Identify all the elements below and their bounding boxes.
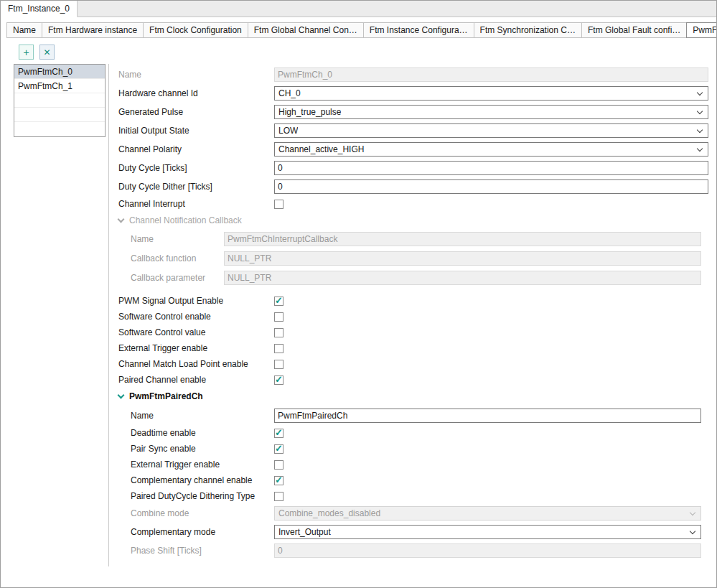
deadtime-enable-label: Deadtime enable	[131, 428, 274, 438]
form-row: Duty Cycle Dither [Ticks]	[118, 177, 708, 196]
complementary-channel-enable-label: Complementary channel enable	[131, 475, 274, 485]
main-content: PwmFtmCh_0 PwmFtmCh_1 Name Hardware chan…	[1, 64, 716, 566]
remove-channel-button[interactable]: ✕	[39, 45, 55, 60]
callback-parameter-input	[224, 271, 701, 285]
chevron-down-icon	[697, 146, 703, 151]
callback-function-input	[224, 251, 701, 266]
name-input	[274, 67, 708, 82]
list-item-empty[interactable]	[14, 122, 105, 136]
callback-name-input	[224, 232, 701, 246]
initial-output-state-value: LOW	[278, 126, 298, 136]
paired-channel-enable-checkbox[interactable]	[274, 375, 283, 385]
paired-dutycycle-dithering-type-checkbox[interactable]	[274, 492, 283, 501]
duty-cycle-label: Duty Cycle [Ticks]	[118, 163, 274, 173]
duty-cycle-dither-label: Duty Cycle Dither [Ticks]	[118, 182, 274, 192]
tab-ftm-instance-0[interactable]: Ftm_Instance_0	[1, 1, 78, 17]
chevron-down-icon	[690, 528, 695, 534]
form-row: Pair Sync enable	[131, 441, 708, 457]
tab-ftm-clock-configuration[interactable]: Ftm Clock Configuration	[143, 22, 248, 38]
form-row: Initial Output State LOW	[118, 121, 708, 140]
tab-ftm-synchronization[interactable]: Ftm Synchronization C…	[474, 22, 582, 38]
callback-section-header[interactable]: Channel Notification Callback	[118, 212, 708, 229]
channel-interrupt-checkbox[interactable]	[274, 200, 283, 209]
form-row: Hardware channel Id CH_0	[118, 84, 708, 103]
tab-pwmftmch[interactable]: PwmFtmCh	[686, 22, 717, 38]
complementary-mode-value: Invert_Output	[278, 527, 331, 537]
list-item-empty[interactable]	[14, 108, 105, 122]
paired-section-header[interactable]: PwmFtmPairedCh	[118, 388, 708, 405]
software-control-enable-checkbox[interactable]	[274, 312, 283, 322]
channel-match-load-point-enable-checkbox[interactable]	[274, 360, 283, 369]
external-trigger-enable-checkbox[interactable]	[274, 344, 283, 353]
phase-shift-label: Phase Shift [Ticks]	[131, 546, 274, 556]
form-row: Paired DutyCycle Dithering Type	[131, 488, 708, 504]
tab-name[interactable]: Name	[6, 22, 42, 38]
complementary-mode-label: Complementary mode	[131, 527, 274, 537]
channel-match-load-point-enable-label: Channel Match Load Point enable	[118, 359, 274, 369]
complementary-channel-enable-checkbox[interactable]	[274, 476, 283, 485]
editor-tabbar: Ftm_Instance_0	[1, 1, 716, 17]
paired-external-trigger-enable-checkbox[interactable]	[274, 460, 283, 470]
combine-mode-select: Combine_modes_disabled	[274, 506, 701, 521]
initial-output-state-select[interactable]: LOW	[274, 123, 708, 138]
form-row: Deadtime enable	[131, 425, 708, 441]
initial-output-state-label: Initial Output State	[118, 126, 274, 136]
paired-channel-enable-label: Paired Channel enable	[118, 375, 274, 385]
channel-list: PwmFtmCh_0 PwmFtmCh_1	[14, 64, 106, 137]
duty-cycle-input[interactable]	[274, 161, 708, 175]
tab-ftm-instance-configuration[interactable]: Ftm Instance Configura…	[363, 22, 474, 38]
tab-ftm-global-fault-config[interactable]: Ftm Global Fault confi…	[581, 22, 687, 38]
form-row: Complementary mode Invert_Output	[131, 523, 708, 541]
form-row: Software Control value	[118, 325, 708, 340]
form-row: Channel Polarity Channel_active_HIGH	[118, 140, 708, 159]
chevron-down-icon	[697, 127, 703, 133]
form-row: Name	[131, 406, 708, 425]
software-control-enable-label: Software Control enable	[118, 312, 274, 322]
callback-function-label: Callback function	[131, 253, 224, 263]
pwm-signal-output-enable-label: PWM Signal Output Enable	[118, 296, 274, 306]
chevron-down-icon	[118, 391, 125, 398]
tab-ftm-hardware-instance[interactable]: Ftm Hardware instance	[42, 22, 144, 38]
deadtime-enable-checkbox[interactable]	[274, 429, 283, 438]
form-row: Name	[131, 229, 708, 248]
callback-section: Name Callback function Callback paramete…	[131, 229, 708, 287]
add-channel-button[interactable]: +	[19, 45, 34, 60]
chevron-down-icon	[697, 90, 703, 95]
hardware-channel-id-label: Hardware channel Id	[118, 88, 274, 98]
software-control-value-checkbox[interactable]	[274, 328, 283, 337]
generated-pulse-select[interactable]: High_true_pulse	[274, 105, 708, 119]
pwm-signal-output-enable-checkbox[interactable]	[274, 297, 283, 306]
external-trigger-enable-label: External Trigger enable	[118, 343, 274, 353]
tab-ftm-global-channel-config[interactable]: Ftm Global Channel Con…	[248, 22, 364, 38]
phase-shift-input	[274, 543, 701, 558]
channel-interrupt-label: Channel Interrupt	[118, 199, 274, 209]
channel-polarity-select[interactable]: Channel_active_HIGH	[274, 142, 708, 157]
pair-sync-enable-checkbox[interactable]	[274, 444, 283, 454]
generated-pulse-label: Generated Pulse	[118, 107, 274, 117]
complementary-mode-select[interactable]: Invert_Output	[274, 525, 701, 539]
form-row: Name	[118, 65, 708, 84]
generated-pulse-value: High_true_pulse	[278, 107, 341, 117]
callback-section-title: Channel Notification Callback	[129, 215, 242, 225]
channel-config-form: Name Hardware channel Id CH_0 Generated …	[108, 64, 716, 566]
chevron-down-icon	[697, 108, 703, 114]
paired-section-title: PwmFtmPairedCh	[129, 391, 203, 401]
combine-mode-label: Combine mode	[131, 508, 274, 518]
duty-cycle-dither-input[interactable]	[274, 179, 708, 194]
pair-sync-enable-label: Pair Sync enable	[131, 444, 274, 454]
name-label: Name	[118, 70, 274, 80]
form-row: Callback function	[131, 248, 708, 268]
paired-name-label: Name	[131, 411, 274, 421]
channel-list-panel: PwmFtmCh_0 PwmFtmCh_1	[1, 64, 108, 566]
paired-name-input[interactable]	[274, 409, 701, 423]
list-item-pwmftmch-1[interactable]: PwmFtmCh_1	[14, 79, 105, 93]
callback-name-label: Name	[131, 234, 224, 244]
combine-mode-value: Combine_modes_disabled	[278, 508, 380, 518]
form-row: External Trigger enable	[131, 457, 708, 472]
list-item-pwmftmch-0[interactable]: PwmFtmCh_0	[14, 65, 105, 79]
hardware-channel-id-select[interactable]: CH_0	[274, 86, 708, 101]
list-item-empty[interactable]	[14, 93, 105, 108]
paired-external-trigger-enable-label: External Trigger enable	[131, 459, 274, 470]
app-window: Ftm_Instance_0 Name Ftm Hardware instanc…	[0, 0, 717, 588]
form-row: Generated Pulse High_true_pulse	[118, 103, 708, 121]
